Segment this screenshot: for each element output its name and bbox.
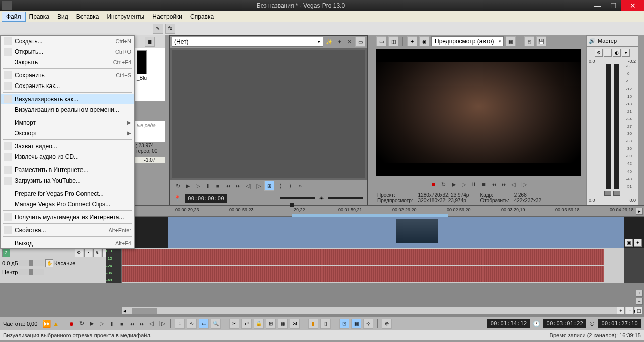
file-menu-item[interactable]: ЗакрытьCtrl+F4 <box>1 57 134 67</box>
event-fx-icon[interactable]: ✦ <box>634 239 642 247</box>
zoom-in-icon[interactable]: + <box>636 290 643 297</box>
track-fx-icon[interactable]: ⋯ <box>84 249 92 257</box>
fx2-icon[interactable]: ✦ <box>335 38 343 46</box>
cut-icon[interactable]: ✂ <box>229 319 239 329</box>
audio-track[interactable] <box>122 248 644 283</box>
play-icon[interactable]: ▶ <box>184 182 192 190</box>
go-start-icon[interactable]: ⏮ <box>490 180 498 188</box>
menu-инструменты[interactable]: Инструменты <box>103 12 148 21</box>
audio-clip[interactable] <box>122 248 624 283</box>
step-fwd-icon[interactable]: |▷ <box>254 182 262 190</box>
enable-snap-icon[interactable]: ⊡ <box>339 319 349 329</box>
trimmer-media-combo[interactable]: (Нет)▾ <box>172 37 323 47</box>
record-button[interactable]: ⏺ <box>67 320 75 328</box>
minimize-button[interactable]: — <box>589 0 605 11</box>
menu-правка[interactable]: Правка <box>25 12 54 21</box>
file-menu-item[interactable]: Открыть...Ctrl+O <box>1 46 134 57</box>
window-icon[interactable]: ▭ <box>355 37 365 47</box>
play-button[interactable]: ▷ <box>98 320 106 328</box>
prev-frame-button[interactable]: ◁| <box>148 320 156 328</box>
record-icon[interactable]: ⏺ <box>430 180 438 188</box>
menu-файл[interactable]: Файл <box>2 12 25 21</box>
step-back-icon[interactable]: ◁| <box>244 182 252 190</box>
fx-icon[interactable]: fx <box>165 24 175 34</box>
fx-chain-icon[interactable]: ✦ <box>407 36 417 46</box>
timeline-scrollbar[interactable]: ◂ ▸ <box>122 307 639 315</box>
overlay-icon[interactable]: ▦ <box>506 36 516 46</box>
mark-in-icon[interactable]: ⟨ <box>276 182 284 190</box>
envelope-tool-icon[interactable]: ∿ <box>187 319 197 329</box>
fader-right[interactable] <box>613 191 620 196</box>
fit-icon[interactable]: ◱ <box>635 307 643 315</box>
pan-crop-icon[interactable]: ▣ <box>625 239 633 247</box>
quantize-icon[interactable]: ▦ <box>278 319 288 329</box>
trimmer-tc3[interactable] <box>328 197 363 199</box>
next-frame-button[interactable]: |▷ <box>158 320 166 328</box>
zoom-tool-icon[interactable]: 🔍 <box>211 319 221 329</box>
auto-ripple-icon[interactable]: ⇄ <box>242 319 252 329</box>
zoom-out-icon[interactable]: − <box>636 298 643 305</box>
marker-tool-icon[interactable]: ▸ <box>636 208 643 215</box>
file-menu-item[interactable]: Импорт▶ <box>1 117 134 128</box>
shuttle-icon[interactable]: ⏩ <box>42 320 51 328</box>
copy-snapshot-icon[interactable]: ⎘ <box>524 36 534 46</box>
trimmer-timecode[interactable]: 00:00:00:00 <box>185 194 227 203</box>
file-menu-item[interactable]: Создать...Ctrl+N <box>1 36 134 46</box>
play-start-button[interactable]: ▶ <box>88 320 96 328</box>
video-track[interactable]: ▣ ✦ <box>122 217 644 248</box>
file-menu-item[interactable]: Свойства...Alt+Enter <box>1 225 134 235</box>
file-menu-item[interactable]: Визуализация в реальном времени... <box>1 104 134 115</box>
h-zoom-out-icon[interactable]: − <box>626 307 634 315</box>
master-fx-icon[interactable]: ⚙ <box>595 49 603 57</box>
prev-frame-icon[interactable]: ◁| <box>510 180 518 188</box>
stop-icon[interactable]: ■ <box>480 180 488 188</box>
more-icon[interactable]: » <box>296 182 304 190</box>
scrollbar-thumb[interactable] <box>132 308 157 314</box>
brush-icon[interactable]: ✎ <box>153 24 163 34</box>
go-start-button[interactable]: ⏮ <box>128 320 136 328</box>
menu-справка[interactable]: Справка <box>186 12 218 21</box>
loop-icon[interactable]: ↻ <box>440 180 448 188</box>
list-view-icon[interactable]: ≣ <box>145 37 155 47</box>
file-menu-item[interactable]: Захват видео... <box>1 141 134 151</box>
menu-вставка[interactable]: Вставка <box>72 12 103 21</box>
file-menu-item[interactable]: Визуализировать как... <box>1 94 134 104</box>
snap-markers-icon[interactable]: ⊹ <box>363 319 373 329</box>
marker-icon[interactable]: ▮ <box>308 319 318 329</box>
snap-icon[interactable]: ☀ <box>319 195 324 202</box>
maximize-button[interactable]: ☐ <box>605 0 621 11</box>
next-frame-icon[interactable]: |▷ <box>520 180 528 188</box>
normal-edit-tool-icon[interactable]: ↕ <box>175 319 185 329</box>
file-menu-item[interactable]: Manage Vegas Pro Connect Clips... <box>1 199 134 209</box>
loop-button[interactable]: ↻ <box>77 320 86 328</box>
fx-icon[interactable]: ✨ <box>325 38 333 46</box>
master-dim-icon[interactable]: ◐ <box>613 49 621 57</box>
selection-end-tc[interactable]: 00:03:01:22 <box>543 319 586 328</box>
file-menu-item[interactable]: Сохранить как... <box>1 80 134 91</box>
master-mono-icon[interactable]: ▾ <box>622 49 630 57</box>
go-end-button[interactable]: ⏭ <box>138 320 146 328</box>
playhead[interactable] <box>292 206 292 317</box>
file-menu-item[interactable]: Prepare for Vegas Pro Connect... <box>1 188 134 199</box>
file-menu-item[interactable]: Экспорт▶ <box>1 128 134 138</box>
close-icon[interactable]: ✕ <box>345 38 353 46</box>
phase-icon[interactable]: Φ <box>75 249 83 257</box>
cursor-position-tc[interactable]: 00:01:34:12 <box>487 319 530 328</box>
video-clip[interactable] <box>168 217 624 248</box>
pause-icon[interactable]: ⏸ <box>470 180 478 188</box>
stop-icon[interactable]: ■ <box>214 182 222 190</box>
menu-вид[interactable]: Вид <box>53 12 72 21</box>
automation-icon[interactable]: ↯ <box>93 249 101 257</box>
h-zoom-in-icon[interactable]: + <box>617 307 625 315</box>
region-icon[interactable]: ▯ <box>320 319 331 329</box>
output-fx-icon[interactable]: ◉ <box>419 36 429 46</box>
fader-left[interactable] <box>604 191 611 196</box>
preview-quality-combo[interactable]: Предпросмотр (авто) <box>431 36 504 46</box>
lock-icon[interactable]: 🔒 <box>254 319 264 329</box>
trimmer-tc2[interactable] <box>280 197 315 199</box>
ignore-event-grouping-icon[interactable]: ⊕ <box>382 319 392 329</box>
selection-tool-icon[interactable]: ▭ <box>199 319 209 329</box>
file-menu-item[interactable]: Извлечь аудио из CD... <box>1 151 134 162</box>
edit-cursor[interactable] <box>448 217 448 317</box>
snap-icon[interactable]: ⊞ <box>266 319 276 329</box>
